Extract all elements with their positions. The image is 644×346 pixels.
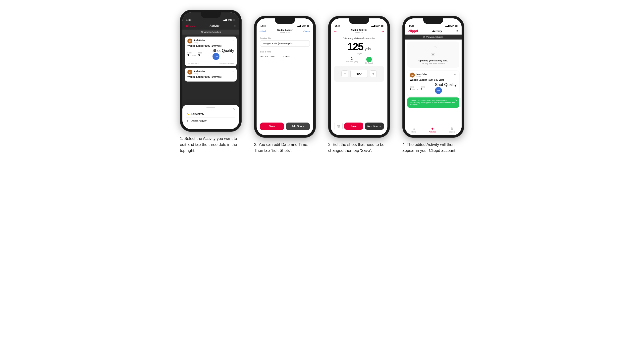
app-header-1: clippd Activity ≡ [182,22,239,29]
save-shot-btn[interactable]: Save [344,123,363,130]
status-icons-1: ▂▄▆ WiFi ⬛ [223,19,235,21]
three-dots-4[interactable]: ··· [454,73,456,76]
menu-icon-1[interactable]: ≡ [234,24,236,28]
edit-activity-item[interactable]: ✏️ Edit Activity [186,111,235,118]
bottom-sheet-1: ✕ ✏️ Edit Activity 🗑 Delete Activity [182,105,239,129]
sq-badge-1: 130 [212,53,220,60]
phone-2-screen: 14:38 ▂▄▆ WiFi ⬛ < Back Wedge Ladder 06 … [256,18,313,135]
updating-section: Updating your activity data. This may ta… [407,41,459,68]
diff-label: Difference (yds) [346,61,358,62]
score-label-4: Score [410,86,418,88]
hit-target-icon: ✓ [365,57,373,62]
viewing-text-4: Viewing Activities [426,36,444,38]
input-row: − + [336,70,382,78]
toast-close[interactable]: ✕ [455,99,457,102]
menu-icon-4[interactable]: ≡ [456,29,458,33]
phone-1-screen: 14:38 ▂▄▆ WiFi ⬛ clippd Activity ≡ [182,12,239,129]
phone-2: 14:38 ▂▄▆ WiFi ⬛ < Back Wedge Ladder 06 … [254,16,316,138]
nav-bar-3: ← Shot 6, 125 yds Score 7/9 → [331,28,388,35]
shot-instruction: Enter carry distance for each shot [334,37,384,39]
user-info-2: Josh Coles Today [194,70,205,74]
user-info-1: Josh Coles Today [194,39,205,43]
increment-btn[interactable]: + [370,70,377,77]
activity-card-4: JC Josh Coles Today ··· Wedge Ladder (10… [407,71,459,96]
footer-left-1: Test Information [188,62,199,64]
trash-btn[interactable]: 🗑 [334,122,343,130]
wifi-icon-1: WiFi [228,19,232,21]
month-value: 03 [265,55,268,58]
day-value: 06 [260,55,262,58]
home-nav[interactable]: ⌂ Home [411,127,416,133]
wifi-2: WiFi [302,25,306,27]
shots-stat-4: Shots 9 [421,86,425,91]
caption-2: 2. You can edit Date and Time. Then tap … [254,142,316,154]
time-3: 14:39 [335,25,340,27]
edit-shots-btn[interactable]: Edit Shots [286,123,310,130]
caption-4: 4. The edited Activity will then appear … [402,142,464,154]
svg-point-3 [432,54,434,55]
difference-stat: 2 Difference (yds) [346,57,358,64]
footer-right-1: Data: Clippd Capture [219,62,234,64]
avatar-2: JC [188,70,192,75]
card-header-4: JC Josh Coles Today ··· [410,73,456,78]
shot-stats-row: 2 Difference (yds) ✓ Hit Target [334,57,384,64]
shots-stat-1: Shots 9 [198,52,202,57]
edit-label: Edit Activity [191,113,204,115]
card-title-2: Wedge Ladder (100–140 yds) [188,76,234,78]
back-btn-2[interactable]: < Back [260,30,266,32]
caption-3: 3. Edit the shots that need to be change… [328,142,390,154]
sq-group-4: Shot Quality 118 [435,83,456,94]
save-btn-2[interactable]: Save [260,123,284,130]
decrement-btn[interactable]: − [342,70,348,77]
app-header-4: clippd Activity ≡ [405,28,462,34]
card-footer-1: Test Information Data: Clippd Capture [188,61,234,64]
practice-title-input[interactable] [260,40,310,47]
stats-row-1: Score 9 OUT OF Shots 9 [188,48,234,60]
caption-1: 1. Select the Activity you want to edit … [180,136,242,154]
shot-input[interactable] [350,70,368,78]
battery-4: ⬛ [455,25,458,27]
time-1: 14:38 [186,19,191,21]
status-icons-2: ▂▄▆ WiFi ⬛ [297,25,309,27]
date-2: Today [194,73,205,74]
cancel-btn-2[interactable]: Cancel [303,30,310,32]
home-label: Home [411,131,416,133]
notch-3 [349,18,369,24]
user-row-1: JC Josh Coles Today [188,38,205,43]
card-header-1: JC Josh Coles Today ··· [188,38,234,43]
logo-1: clippd [186,24,195,28]
card-header-2: JC Josh Coles Today ··· [188,70,234,75]
viewing-text-1: Viewing Activities [204,31,221,33]
signal-4: ▂▄▆ [445,25,450,27]
next-shot-btn[interactable]: Next Shot → [365,123,384,130]
sq-label-1: Shot Quality [212,48,234,53]
phone-column-4: 14:38 ▂▄▆ WiFi ⬛ clippd Activity ≡ ⊞ Vie… [400,16,467,154]
time-2: 14:38 [260,25,266,27]
bottom-nav-4: ⌂ Home ♣ Activities ⊕ Capture [405,125,462,135]
phone-column-2: 14:38 ▂▄▆ WiFi ⬛ < Back Wedge Ladder 06 … [251,16,318,154]
sheet-handle [206,107,215,108]
username-1: Josh Coles [194,39,205,41]
nav-title-2: Wedge Ladder [277,29,293,31]
three-dots-1[interactable]: ··· [232,38,234,42]
wifi-3: WiFi [376,25,380,27]
delete-icon: 🗑 [186,120,189,122]
delete-activity-item[interactable]: 🗑 Delete Activity [186,118,235,124]
capture-nav[interactable]: ⊕ Capture [449,127,455,133]
card-title-4: Wedge Ladder (100–140 yds) [410,79,456,81]
three-dots-2[interactable]: ··· [232,70,234,73]
back-btn-3[interactable]: ← [334,29,337,33]
edit-icon: ✏️ [186,113,189,115]
battery-3: ⬛ [381,25,384,27]
nav-subtitle-2: 06 Mar 2023 [277,31,293,33]
activities-nav[interactable]: ♣ Activities [429,127,436,133]
sheet-close[interactable]: ✕ [233,107,236,111]
phone-3: 14:39 ▂▄▆ WiFi ⬛ ← Shot 6, 125 yds Score… [328,16,390,138]
phone-column-3: 14:39 ▂▄▆ WiFi ⬛ ← Shot 6, 125 yds Score… [326,16,393,154]
nav-title-group-2: Wedge Ladder 06 Mar 2023 [277,29,293,33]
sq-badge-4: 118 [435,87,442,94]
activities-label: Activities [429,131,436,133]
forward-btn-3[interactable]: → [381,29,384,33]
form-section-2: Practice Title [256,35,313,49]
card-title-1: Wedge Ladder (100–140 yds) [188,44,234,47]
